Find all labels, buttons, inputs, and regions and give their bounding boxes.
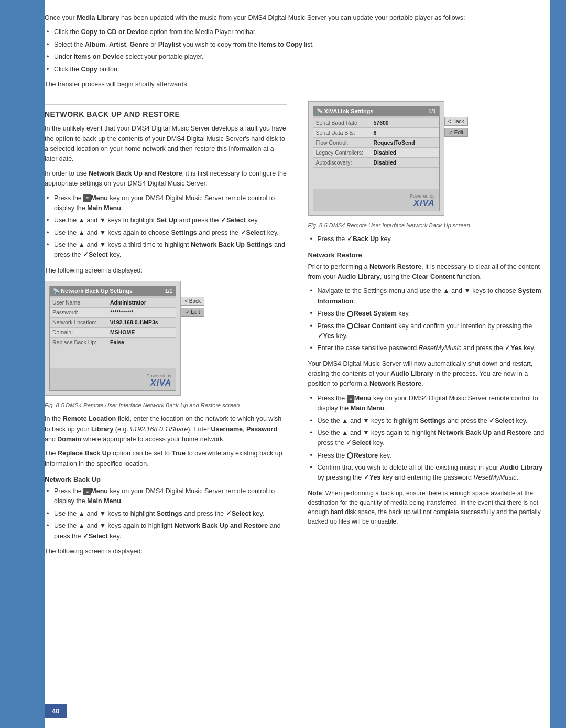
- list-item: Use the ▲ and ▼ keys to highlight Settin…: [45, 509, 287, 519]
- menu-icon: ≡: [83, 488, 91, 495]
- list-item: Use the ▲ and ▼ keys again to choose Set…: [45, 228, 287, 238]
- page-container: Once your Media Library has been updated…: [0, 0, 566, 728]
- screenshot-backup-inner: 📡 Network Back Up Settings 1/1 User Name…: [49, 286, 176, 391]
- row-label: Legacy Controllers:: [313, 148, 371, 157]
- remote-location-para1: In the Remote Location field, enter the …: [45, 414, 287, 444]
- restore-icon: [347, 452, 353, 459]
- screenshot-body: User Name: Administrator Password: *****…: [50, 296, 176, 371]
- menu-icon: ≡: [347, 395, 354, 403]
- list-item: Use the ▲ and ▼ keys to highlight Settin…: [308, 416, 551, 426]
- list-item: Press the ✓Back Up key.: [308, 234, 551, 244]
- setup-bullets: Press the ≡Menu key on your DMS4 Digital…: [45, 193, 287, 260]
- screenshot-title-bar: 📡 Network Back Up Settings 1/1: [50, 286, 176, 296]
- left-column: NETWORK BACK UP AND RESTORE In the unlik…: [45, 96, 292, 561]
- menu-icon: ≡: [83, 194, 91, 202]
- screenshot-backup: 📡 Network Back Up Settings 1/1 User Name…: [45, 281, 181, 396]
- screen-display-text2: The following screen is displayed:: [45, 547, 287, 557]
- row-label: Network Location:: [50, 318, 107, 327]
- row-value: 8: [371, 128, 439, 137]
- screenshot-xiva-title-bar: 📡 XiVALink Settings 1/1: [313, 106, 439, 116]
- network-section-heading: NETWORK BACK UP AND RESTORE: [45, 104, 287, 118]
- screenshot-xiva: 📡 XiVALink Settings 1/1 Serial Baud Rate…: [308, 101, 444, 216]
- network-restore-steps: Press the ≡Menu key on your DMS4 Digital…: [308, 394, 551, 483]
- row-value: Administrator: [107, 298, 176, 307]
- row-value: 57600: [371, 118, 439, 127]
- xiva-screenshot-body: Serial Baud Rate: 57600 Serial Data Bits…: [313, 116, 439, 191]
- side-buttons: < Back ✓ Edit: [181, 297, 204, 317]
- edit-button[interactable]: ✓ Edit: [181, 308, 204, 317]
- list-item: Click the Copy to CD or Device option fr…: [45, 27, 550, 37]
- xiva-page-indicator: 1/1: [429, 108, 436, 114]
- list-item: Use the ▲ and ▼ keys to highlight Set Up…: [45, 215, 287, 225]
- table-row: Password: ***********: [50, 308, 176, 318]
- page-number: 40: [45, 704, 67, 718]
- screenshot-xiva-inner: 📡 XiVALink Settings 1/1 Serial Baud Rate…: [313, 106, 440, 211]
- list-item: Press the Restore key.: [308, 451, 551, 461]
- list-item: Use the ▲ and ▼ keys again to highlight …: [308, 428, 551, 449]
- network-restore-para2: Your DMS4 Digital Music Server will now …: [308, 359, 551, 389]
- xiva-logo: XiVA: [150, 378, 171, 387]
- ui-rows: User Name: Administrator Password: *****…: [50, 296, 176, 371]
- right-sidebar: [550, 0, 566, 728]
- intro-section: Once your Media Library has been updated…: [45, 13, 550, 90]
- network-para2: In order to use Network Back Up and Rest…: [45, 169, 287, 189]
- table-row: Autodiscovery: Disabled: [313, 158, 439, 168]
- empty-space: [50, 347, 176, 368]
- press-backup-list: Press the ✓Back Up key.: [308, 234, 551, 244]
- two-col-layout: NETWORK BACK UP AND RESTORE In the unlik…: [45, 96, 550, 561]
- row-value: Disabled: [371, 158, 439, 167]
- xiva-logo-area: Powered by XiVA: [313, 191, 439, 211]
- row-label: Domain:: [50, 328, 107, 337]
- fig-caption-backup: Fig. 8-5 DMS4 Remote User Interface Netw…: [45, 401, 287, 410]
- content-area: Once your Media Library has been updated…: [45, 0, 550, 582]
- table-row: User Name: Administrator: [50, 298, 176, 308]
- network-restore-para1: Prior to performing a Network Restore, i…: [308, 262, 551, 282]
- xiva-logo-prefix: Powered by: [313, 193, 435, 199]
- screenshot-xiva-wrap: 📡 XiVALink Settings 1/1 Serial Baud Rate…: [308, 101, 465, 216]
- list-item: Confirm that you wish to delete all of t…: [308, 463, 551, 483]
- list-item: Enter the case sensitive password ResetM…: [308, 343, 551, 353]
- empty-space: [313, 168, 439, 189]
- xiva-back-button[interactable]: < Back: [444, 117, 468, 126]
- network-backup-bullets: Press the ≡Menu key on your DMS4 Digital…: [45, 486, 287, 541]
- right-column: 📡 XiVALink Settings 1/1 Serial Baud Rate…: [303, 96, 551, 561]
- screenshot-title: 📡 Network Back Up Settings: [53, 288, 133, 294]
- row-label: Flow Control:: [313, 138, 371, 147]
- intro-para1: Once your Media Library has been updated…: [45, 13, 550, 23]
- logo-prefix: Powered by: [50, 373, 171, 378]
- xiva-ui-rows: Serial Baud Rate: 57600 Serial Data Bits…: [313, 116, 439, 191]
- screen-display-text: The following screen is displayed:: [45, 266, 287, 276]
- table-row: Serial Baud Rate: 57600: [313, 118, 439, 128]
- row-label: Serial Baud Rate:: [313, 118, 371, 127]
- xiva-side-buttons: < Back ✓ Edit: [444, 117, 468, 137]
- row-value: MSHOME: [107, 328, 176, 337]
- note-label: Note: [308, 490, 322, 497]
- row-label: Autodiscovery:: [313, 158, 371, 167]
- list-item: Select the Album, Artist, Genre or Playl…: [45, 40, 550, 50]
- row-label: Replace Back Up:: [50, 338, 107, 347]
- network-restore-bullets: Navigate to the Settings menu and use th…: [308, 286, 551, 353]
- list-item: Use the ▲ and ▼ keys again to highlight …: [45, 521, 287, 541]
- note-text: Note: When performing a back up, ensure …: [308, 488, 551, 526]
- table-row: Replace Back Up: False: [50, 338, 176, 347]
- intro-bullets: Click the Copy to CD or Device option fr…: [45, 27, 550, 74]
- fig-caption-xiva: Fig. 8-6 DMS4 Remote User Interface Netw…: [308, 221, 551, 230]
- logo-area: Powered by XiVA: [50, 371, 176, 390]
- row-label: User Name:: [50, 298, 107, 307]
- row-value: RequestToSend: [371, 138, 439, 147]
- list-item: Navigate to the Settings menu and use th…: [308, 286, 551, 307]
- xiva-edit-button[interactable]: ✓ Edit: [444, 128, 468, 137]
- left-sidebar: [0, 0, 45, 728]
- list-item: Press the ≡Menu key on your DMS4 Digital…: [45, 486, 287, 507]
- screenshot-xiva-title: 📡 XiVALink Settings: [317, 108, 374, 114]
- reset-icon: [347, 311, 353, 317]
- note-content: : When performing a back up, ensure ther…: [308, 490, 541, 525]
- table-row: Serial Data Bits: 8: [313, 128, 439, 138]
- network-restore-subheading: Network Restore: [308, 251, 551, 259]
- list-item: Click the Copy button.: [45, 64, 550, 74]
- back-button[interactable]: < Back: [181, 297, 204, 306]
- row-label: Serial Data Bits:: [313, 128, 371, 137]
- network-para1: In the unlikely event that your DMS4 Dig…: [45, 124, 287, 165]
- row-label: Password:: [50, 308, 107, 317]
- table-row: Legacy Controllers: Disabled: [313, 148, 439, 158]
